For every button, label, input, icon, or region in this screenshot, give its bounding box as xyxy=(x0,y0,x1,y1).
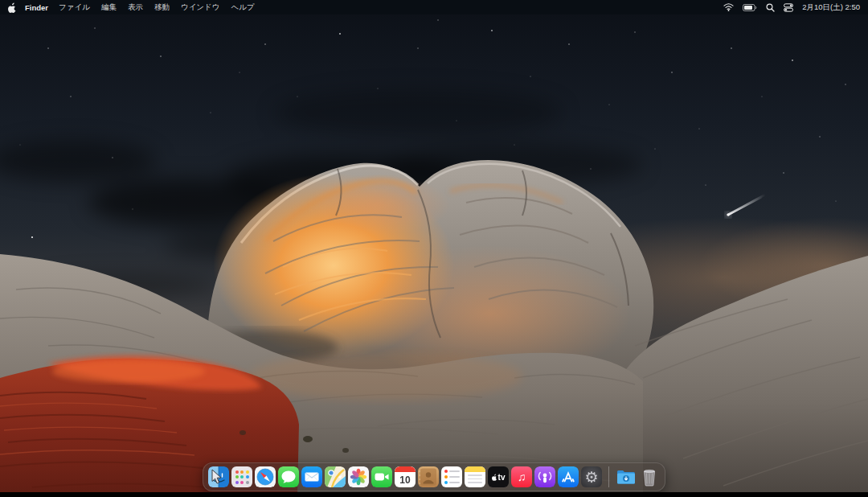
tv-label: tv xyxy=(498,473,506,482)
dock-finder-icon[interactable] xyxy=(208,466,229,487)
desktop: Finder ファイル 編集 表示 移動 ウインドウ ヘルプ xyxy=(0,0,868,497)
dock-mail-icon[interactable] xyxy=(301,466,322,487)
dock-appstore-icon[interactable] xyxy=(558,466,579,487)
menu-window[interactable]: ウインドウ xyxy=(175,2,226,13)
notes-header xyxy=(465,466,485,472)
dock-settings-icon[interactable]: ⚙ xyxy=(581,466,602,487)
menu-edit[interactable]: 編集 xyxy=(96,2,122,13)
calendar-day: 10 xyxy=(395,472,416,487)
desktop-wallpaper xyxy=(0,0,868,497)
dock-notes-icon[interactable] xyxy=(465,466,485,487)
menu-go[interactable]: 移動 xyxy=(149,2,175,13)
apple-logo-small xyxy=(492,474,497,481)
dock-tv-icon[interactable]: tv xyxy=(488,466,509,487)
menu-help[interactable]: ヘルプ xyxy=(226,2,260,13)
dock-podcasts-icon[interactable] xyxy=(534,466,555,487)
dock-downloads-folder[interactable] xyxy=(616,466,637,487)
dock-facetime-icon[interactable] xyxy=(371,466,392,487)
calendar-header xyxy=(395,466,416,472)
apple-icon[interactable] xyxy=(8,2,17,13)
menubar-datetime[interactable]: 2月10日(土) 2:50 xyxy=(802,2,860,13)
control-center-icon[interactable] xyxy=(784,3,793,12)
menubar-app-name[interactable]: Finder xyxy=(25,3,48,12)
dock-reminders-icon[interactable] xyxy=(441,466,462,487)
dock-trash-icon[interactable] xyxy=(639,466,660,487)
menu-bar: Finder ファイル 編集 表示 移動 ウインドウ ヘルプ xyxy=(0,0,868,14)
dock-maps-icon[interactable] xyxy=(325,466,346,487)
letterbox-bar xyxy=(0,492,868,497)
dock-calendar-icon[interactable]: 10 xyxy=(395,466,416,487)
wifi-icon[interactable] xyxy=(723,3,734,11)
dock-photos-icon[interactable] xyxy=(348,466,369,487)
menu-file[interactable]: ファイル xyxy=(53,2,96,13)
dock-messages-icon[interactable] xyxy=(278,466,299,487)
battery-icon[interactable] xyxy=(743,4,757,11)
dock-music-icon[interactable]: ♫ xyxy=(511,466,532,487)
dock-separator xyxy=(608,466,609,487)
dock: 10 xyxy=(203,462,665,491)
menu-view[interactable]: 表示 xyxy=(122,2,149,13)
search-icon[interactable] xyxy=(766,3,775,12)
dock-launchpad-icon[interactable] xyxy=(231,466,252,487)
dock-contacts-icon[interactable] xyxy=(418,466,439,487)
dock-safari-icon[interactable] xyxy=(255,466,276,487)
